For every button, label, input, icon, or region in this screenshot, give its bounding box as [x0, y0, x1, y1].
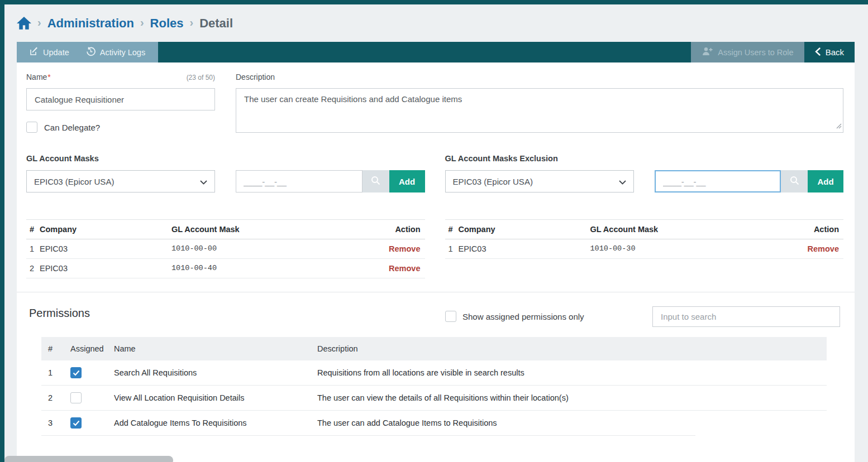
search-icon	[790, 176, 799, 187]
update-button[interactable]: Update	[21, 42, 78, 62]
user-plus-icon	[702, 47, 713, 57]
toolbar-left-group: Update Activity Logs	[17, 42, 158, 62]
gl-mask-input[interactable]	[236, 170, 363, 192]
breadcrumb-separator: ›	[140, 16, 144, 30]
chevron-down-icon	[200, 177, 207, 186]
table-row: 1	[26, 239, 40, 259]
col-header-description: Description	[317, 337, 827, 360]
chevron-down-icon	[619, 177, 626, 186]
assigned-checkbox[interactable]	[70, 417, 82, 429]
assign-users-to-role-button[interactable]: Assign Users to Role	[691, 42, 804, 62]
remove-link[interactable]: Remove	[389, 244, 420, 253]
assigned-checkbox[interactable]	[70, 392, 82, 403]
col-header-name: Name	[114, 337, 317, 360]
table-row: 1	[445, 239, 459, 259]
permissions-search-input[interactable]	[652, 306, 840, 327]
gl-masks-title: GL Account Masks	[26, 154, 425, 163]
breadcrumb-roles[interactable]: Roles	[150, 16, 184, 31]
col-header-mask: GL Account Mask	[590, 219, 805, 239]
history-icon	[86, 47, 96, 58]
show-assigned-only-label: Show assigned permissions only	[462, 312, 584, 321]
resize-grip-icon[interactable]	[836, 121, 842, 131]
window-left-accent	[0, 0, 4, 462]
col-header-action: Action	[386, 219, 425, 239]
search-icon	[371, 176, 380, 187]
page: › Administration › Roles › Detail Update…	[4, 4, 868, 462]
gl-masks-company-select[interactable]: EPIC03 (Epicor USA)	[26, 170, 215, 192]
required-marker: *	[47, 73, 50, 81]
table-row: 1	[41, 360, 70, 386]
breadcrumb-administration[interactable]: Administration	[47, 16, 134, 31]
table-row: 3	[41, 411, 70, 436]
edit-icon	[30, 47, 39, 57]
col-header-company: Company	[40, 219, 171, 239]
gl-masks-company-selected: EPIC03 (Epicor USA)	[34, 177, 114, 186]
gl-mask-search-button[interactable]	[363, 170, 389, 192]
gl-masks-exclusion-table: # Company GL Account Mask Action 1 EPIC0…	[445, 219, 844, 259]
toolbar: Update Activity Logs Assign Users to Rol…	[17, 42, 855, 62]
show-assigned-only-checkbox[interactable]	[445, 311, 456, 322]
name-description-row: Name* (23 of 50) Can Delegate? Descripti…	[17, 62, 855, 133]
gl-exclusion-company-select[interactable]: EPIC03 (Epicor USA)	[445, 170, 634, 192]
can-delegate-checkbox[interactable]	[26, 122, 37, 133]
home-icon[interactable]	[17, 17, 31, 30]
activity-logs-button-label: Activity Logs	[100, 48, 145, 57]
floating-white-panel	[695, 417, 842, 452]
name-input[interactable]	[26, 88, 215, 110]
gl-masks-exclusion-section: GL Account Masks Exclusion EPIC03 (Epico…	[445, 154, 844, 278]
col-header-assigned: Assigned	[70, 337, 114, 360]
table-row: 2	[41, 386, 70, 411]
gl-masks-table: # Company GL Account Mask Action 1 EPIC0…	[26, 219, 425, 278]
toolbar-right-group: Assign Users to Role Back	[691, 42, 855, 62]
gl-exclusion-mask-input[interactable]	[655, 170, 781, 192]
gl-exclusion-add-button[interactable]: Add	[808, 170, 843, 192]
horizontal-scrollbar-thumb[interactable]	[4, 456, 173, 462]
update-button-label: Update	[43, 48, 69, 57]
role-detail-card: Name* (23 of 50) Can Delegate? Descripti…	[17, 62, 855, 462]
can-delegate-label: Can Delegate?	[44, 123, 100, 132]
remove-link[interactable]: Remove	[389, 264, 420, 273]
assign-users-to-role-label: Assign Users to Role	[718, 48, 793, 57]
gl-exclusion-company-selected: EPIC03 (Epicor USA)	[453, 177, 533, 186]
gl-exclusion-search-button[interactable]	[781, 170, 808, 192]
gl-mask-add-button[interactable]: Add	[389, 170, 425, 192]
breadcrumb-detail: Detail	[199, 16, 233, 31]
breadcrumb-separator: ›	[37, 16, 41, 30]
col-header-num: #	[41, 337, 70, 360]
description-textarea[interactable]: The user can create Requisitions and add…	[236, 88, 843, 133]
name-label: Name*	[26, 73, 51, 81]
col-header-num: #	[26, 219, 40, 239]
col-header-company: Company	[459, 219, 590, 239]
breadcrumb-separator: ›	[190, 16, 194, 30]
back-button[interactable]: Back	[804, 42, 855, 62]
activity-logs-button[interactable]: Activity Logs	[78, 42, 154, 62]
assigned-checkbox[interactable]	[70, 367, 82, 378]
chevron-left-icon	[815, 47, 821, 57]
col-header-num: #	[445, 219, 459, 239]
col-header-mask: GL Account Mask	[171, 219, 386, 239]
window-top-accent	[0, 0, 868, 4]
back-button-label: Back	[826, 47, 844, 57]
description-label: Description	[236, 73, 275, 81]
gl-masks-row: GL Account Masks EPIC03 (Epicor USA)	[17, 133, 855, 278]
name-char-counter: (23 of 50)	[187, 74, 215, 81]
gl-masks-exclusion-title: GL Account Masks Exclusion	[445, 154, 844, 163]
table-row: 2	[26, 259, 40, 278]
breadcrumb: › Administration › Roles › Detail	[4, 4, 868, 42]
remove-link[interactable]: Remove	[808, 244, 839, 253]
col-header-action: Action	[804, 219, 843, 239]
gl-masks-section: GL Account Masks EPIC03 (Epicor USA)	[26, 154, 425, 278]
